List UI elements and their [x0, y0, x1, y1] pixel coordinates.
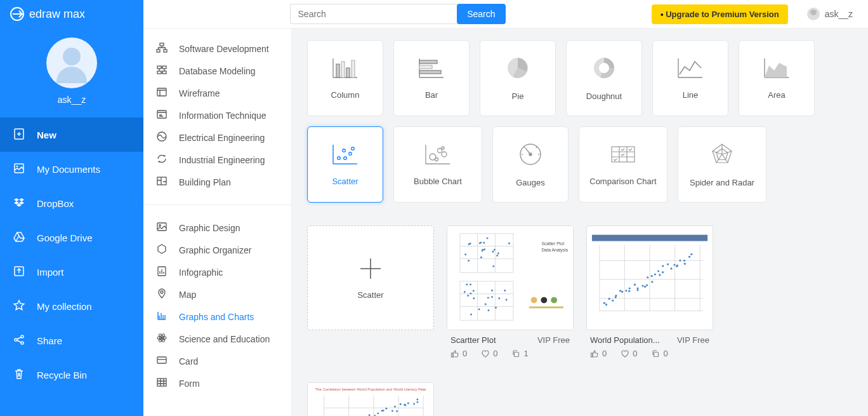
svg-point-134	[688, 256, 690, 258]
svg-point-89	[506, 299, 508, 301]
fav-count[interactable]: 0	[481, 349, 497, 358]
svg-rect-13	[157, 71, 161, 74]
svg-rect-28	[157, 379, 166, 386]
category-graphic-organizer[interactable]: Graphic Organizer	[143, 239, 291, 261]
svg-point-115	[641, 285, 643, 286]
sidebar-item-share[interactable]: Share	[0, 323, 143, 358]
svg-point-81	[495, 307, 497, 309]
sidebar-item-google-drive[interactable]: Google Drive	[0, 220, 143, 255]
chart-type-pie[interactable]: Pie	[480, 40, 556, 116]
sidebar-item-label: My collection	[37, 301, 92, 312]
sidebar-item-dropbox[interactable]: DropBox	[0, 186, 143, 220]
category-information-technique[interactable]: Information Technique	[143, 104, 291, 126]
area-icon	[763, 57, 791, 81]
template-thumbnail: Scatter PlotData Analysis	[447, 225, 574, 330]
category-database-modeling[interactable]: Database Modeling	[143, 60, 291, 82]
template-card[interactable]: Scatter PlotData AnalysisScartter PlotVI…	[447, 225, 574, 359]
chart-type-radar[interactable]: Spider and Radar	[678, 126, 766, 203]
category-label: Card	[179, 356, 198, 366]
category-label: Building Plan	[179, 177, 231, 187]
search-input[interactable]	[290, 4, 458, 24]
fav-count[interactable]: 0	[621, 349, 637, 358]
new-template-button[interactable]: Scatter	[307, 225, 434, 330]
svg-point-60	[480, 241, 482, 243]
chart-type-label: Comparison Chart	[589, 177, 657, 186]
documents-icon	[13, 162, 25, 177]
category-software-development[interactable]: Software Development	[143, 37, 291, 60]
category-card[interactable]: Card	[143, 350, 291, 372]
chart-type-bar[interactable]: Bar	[393, 40, 470, 116]
database-icon	[156, 64, 168, 77]
chart-type-bubble[interactable]: Bubble Chart	[393, 126, 482, 203]
app-name: edraw max	[29, 8, 85, 21]
svg-rect-34	[419, 65, 432, 69]
svg-point-90	[464, 291, 466, 293]
category-label: Information Technique	[179, 111, 266, 121]
category-label: Database Modeling	[179, 66, 256, 76]
like-count[interactable]: 0	[590, 349, 607, 358]
copy-count[interactable]: 0	[651, 349, 667, 358]
chart-type-area[interactable]: Area	[739, 40, 815, 116]
like-count[interactable]: 0	[450, 349, 467, 358]
template-title: Scartter Plot	[450, 335, 496, 345]
template-thumbnail[interactable]: The Correlation between World Population…	[307, 382, 434, 416]
doughnut-icon	[591, 55, 617, 83]
sidebar-item-recycle-bin[interactable]: Recycle Bin	[0, 358, 143, 392]
user-menu[interactable]: ask__z	[807, 8, 853, 20]
svg-point-62	[494, 249, 496, 251]
category-label: Form	[179, 379, 200, 389]
template-thumbnail	[586, 225, 713, 330]
category-label: Graphic Design	[179, 223, 240, 233]
svg-rect-12	[162, 66, 166, 69]
sidebar-item-new[interactable]: New	[0, 117, 143, 152]
svg-point-6	[21, 335, 23, 338]
sidebar-item-import[interactable]: Import	[0, 255, 143, 289]
svg-point-161	[394, 406, 396, 408]
svg-point-42	[349, 152, 352, 156]
category-building-plan[interactable]: Building Plan	[143, 171, 291, 193]
svg-point-168	[416, 398, 418, 400]
chart-type-compare[interactable]: Comparison Chart	[579, 126, 667, 203]
import-icon	[13, 265, 25, 279]
share-icon	[13, 333, 25, 348]
upgrade-button[interactable]: Upgrade to Premium Version	[652, 4, 788, 24]
svg-point-167	[413, 403, 415, 405]
chart-type-doughnut[interactable]: Doughnut	[566, 40, 642, 116]
svg-rect-93	[529, 306, 563, 308]
svg-point-47	[442, 152, 447, 157]
category-industrial-engineering[interactable]: Industrial Engineering	[143, 149, 291, 171]
search-button[interactable]: Search	[457, 4, 505, 24]
category-graphic-design[interactable]: Graphic Design	[143, 217, 291, 239]
chart-type-column[interactable]: Column	[307, 40, 383, 116]
svg-point-65	[480, 257, 482, 258]
chart-type-line[interactable]: Line	[652, 40, 728, 116]
google-drive-icon	[13, 231, 25, 245]
sidebar-item-my-documents[interactable]: My Documents	[0, 152, 143, 186]
card-icon	[156, 354, 168, 368]
svg-point-46	[435, 158, 438, 161]
blueprint-icon	[156, 175, 168, 189]
svg-point-22	[161, 291, 163, 293]
sidebar-item-label: Google Drive	[37, 232, 93, 243]
chart-type-label: Gauges	[516, 178, 545, 187]
category-electrical-engineering[interactable]: Electrical Engineering	[143, 126, 291, 149]
svg-point-130	[676, 264, 678, 266]
copy-count[interactable]: 1	[511, 349, 528, 358]
category-map[interactable]: Map	[143, 283, 291, 305]
svg-point-96	[551, 297, 557, 304]
svg-point-80	[491, 290, 493, 292]
svg-point-63	[483, 248, 485, 250]
category-graphs-and-charts[interactable]: Graphs and Charts	[143, 305, 291, 328]
chart-type-gauge[interactable]: Gauges	[492, 126, 569, 203]
template-card[interactable]: World Population...VIP Free000	[586, 225, 713, 359]
sidebar-item-my-collection[interactable]: My collection	[0, 289, 143, 323]
bar-icon	[418, 57, 445, 81]
category-form[interactable]: Form	[143, 372, 291, 394]
svg-rect-2	[15, 164, 23, 173]
category-science-and-education[interactable]: Science and Education	[143, 328, 291, 350]
category-infographic[interactable]: Infographic	[143, 261, 291, 283]
chart-type-scatter[interactable]: Scatter	[307, 126, 383, 203]
category-wireframe[interactable]: Wireframe	[143, 82, 291, 104]
svg-point-68	[482, 250, 483, 252]
svg-point-112	[634, 284, 636, 286]
